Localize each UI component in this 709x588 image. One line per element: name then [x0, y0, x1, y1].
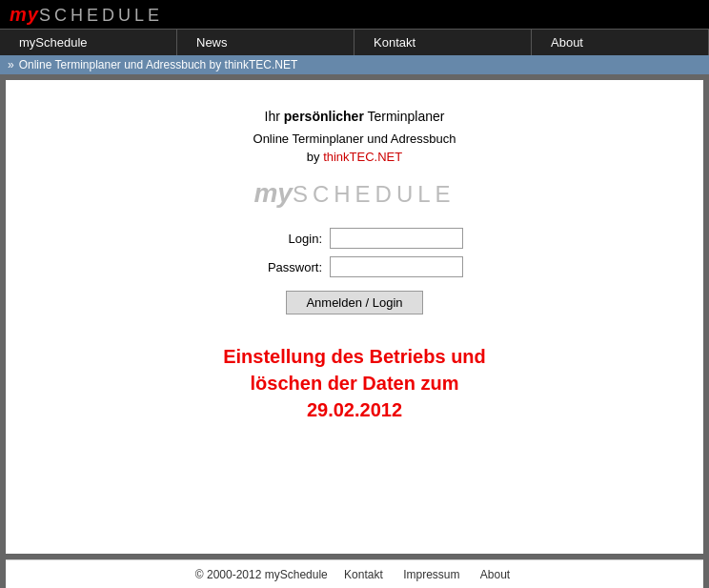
copyright-text: © 2000-2012 mySchedule — [195, 568, 328, 581]
password-input[interactable] — [330, 256, 463, 277]
footer-inner: © 2000-2012 mySchedule Kontakt Impressum… — [6, 559, 703, 588]
breadcrumb-arrow: » — [8, 58, 14, 71]
breadcrumb-text: Online Terminplaner und Adressbuch by th… — [19, 58, 298, 71]
footer-link-about[interactable]: About — [480, 568, 510, 581]
tagline-prefix: Ihr — [265, 109, 284, 124]
content-logo-my: my — [253, 178, 292, 208]
by-line: by thinkTEC.NET — [307, 150, 402, 164]
shutdown-line3: 29.02.2012 — [223, 396, 486, 423]
logo-schedule: SCHEDULE — [39, 6, 163, 25]
subtitle: Online Terminplaner und Adressbuch — [253, 132, 456, 146]
footer: © 2000-2012 mySchedule Kontakt Impressum… — [0, 559, 709, 588]
login-input[interactable] — [330, 228, 463, 249]
thinktec-link[interactable]: thinkTEC.NET — [323, 150, 402, 164]
footer-link-impressum[interactable]: Impressum — [403, 568, 459, 581]
nav-item-about[interactable]: About — [532, 30, 709, 55]
shutdown-line1: Einstellung des Betriebs und — [223, 343, 486, 370]
nav-item-myschedule[interactable]: mySchedule — [0, 30, 177, 55]
tagline: Ihr persönlicher Terminplaner — [265, 109, 445, 124]
content-logo-schedule: SCHEDULE — [293, 181, 456, 207]
content-area: Ihr persönlicher Terminplaner Online Ter… — [6, 80, 703, 554]
by-prefix: by — [307, 150, 323, 164]
login-button[interactable]: Anmelden / Login — [286, 291, 422, 314]
login-label: Login: — [246, 232, 322, 246]
tagline-bold: persönlicher — [284, 109, 364, 124]
main-wrapper: Ihr persönlicher Terminplaner Online Ter… — [0, 74, 709, 559]
password-label: Passwort: — [246, 260, 322, 274]
nav-item-news[interactable]: News — [177, 30, 354, 55]
site-logo: mySCHEDULE — [10, 4, 163, 26]
shutdown-line2: löschen der Daten zum — [223, 370, 486, 396]
login-row: Login: — [246, 228, 463, 249]
password-row: Passwort: — [246, 256, 463, 277]
logo-my: my — [10, 4, 39, 25]
shutdown-message: Einstellung des Betriebs und löschen der… — [223, 343, 486, 423]
content-logo: mySCHEDULE — [253, 178, 455, 209]
navigation: mySchedule News Kontakt About — [0, 29, 709, 55]
login-form: Login: Passwort: Anmelden / Login — [246, 228, 463, 314]
nav-item-kontakt[interactable]: Kontakt — [354, 30, 532, 55]
header: mySCHEDULE — [0, 0, 709, 29]
tagline-suffix: Terminplaner — [364, 109, 445, 124]
breadcrumb: » Online Terminplaner und Adressbuch by … — [0, 55, 709, 74]
copyright: © 2000-2012 mySchedule Kontakt Impressum… — [195, 568, 514, 581]
footer-link-kontakt[interactable]: Kontakt — [344, 568, 383, 581]
